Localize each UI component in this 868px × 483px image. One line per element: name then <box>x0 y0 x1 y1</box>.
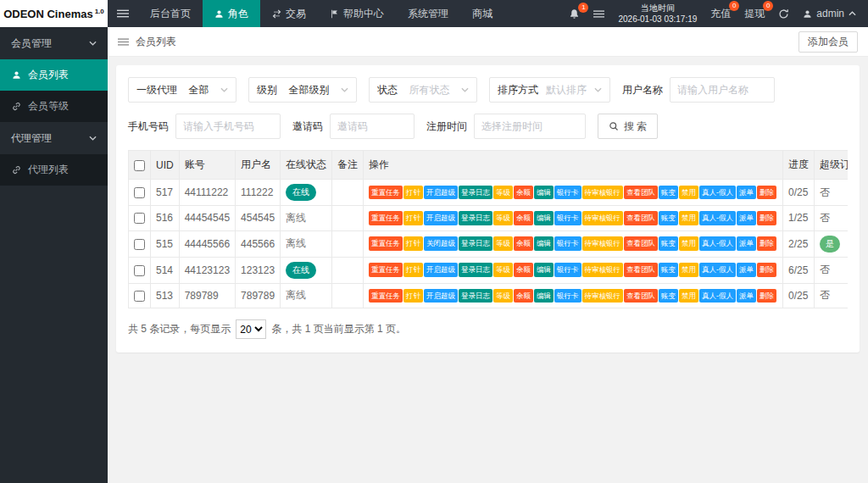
nav-item-trade[interactable]: 交易 <box>260 0 318 27</box>
action-button[interactable]: 派单 <box>737 263 756 277</box>
sidebar-item-member-list[interactable]: 会员列表 <box>0 59 108 91</box>
action-button[interactable]: 余额 <box>514 211 533 225</box>
action-button[interactable]: 查看团队 <box>624 289 658 303</box>
action-button[interactable]: 打针 <box>403 289 423 303</box>
action-button[interactable]: 账变 <box>659 263 678 277</box>
recharge-button[interactable]: 充值 0 <box>710 7 731 21</box>
action-button[interactable]: 删除 <box>757 289 776 303</box>
action-button[interactable]: 重置任务 <box>369 263 403 277</box>
row-checkbox[interactable] <box>134 265 145 276</box>
action-button[interactable]: 等级 <box>493 263 513 277</box>
action-button[interactable]: 删除 <box>757 263 776 277</box>
action-button[interactable]: 等级 <box>493 289 513 303</box>
action-button[interactable]: 编辑 <box>534 289 554 303</box>
action-button[interactable]: 登录日志 <box>459 289 492 303</box>
action-button[interactable]: 银行卡 <box>554 211 581 225</box>
row-checkbox[interactable] <box>134 213 145 224</box>
action-button[interactable]: 真人-假人 <box>699 236 736 251</box>
action-button[interactable]: 查看团队 <box>624 263 658 277</box>
status-filter-select[interactable]: 状态 所有状态 <box>369 77 477 103</box>
action-button[interactable]: 删除 <box>757 211 776 225</box>
action-button[interactable]: 账变 <box>659 211 678 225</box>
action-button[interactable]: 开启超级 <box>424 289 458 303</box>
sort-filter-select[interactable]: 排序方式 默认排序 <box>489 77 610 103</box>
action-button[interactable]: 禁用 <box>679 236 698 251</box>
collapse-sidebar-icon[interactable] <box>108 0 138 27</box>
action-button[interactable]: 打针 <box>403 263 423 277</box>
action-button[interactable]: 编辑 <box>534 263 554 277</box>
select-all-checkbox[interactable] <box>134 160 145 171</box>
nav-item-role[interactable]: 角色 <box>203 0 260 27</box>
action-button[interactable]: 派单 <box>737 211 756 225</box>
action-button[interactable]: 编辑 <box>534 236 554 251</box>
action-button[interactable]: 禁用 <box>679 289 698 303</box>
user-menu[interactable]: admin <box>803 8 856 19</box>
username-input[interactable] <box>670 77 775 103</box>
action-button[interactable]: 开启超级 <box>424 211 458 225</box>
action-button[interactable]: 待审核银行 <box>582 263 624 277</box>
action-button[interactable]: 账变 <box>659 236 678 251</box>
action-button[interactable]: 真人-假人 <box>699 263 736 277</box>
refresh-icon[interactable] <box>778 8 789 19</box>
action-button[interactable]: 真人-假人 <box>699 186 736 200</box>
action-button[interactable]: 余额 <box>514 186 533 200</box>
action-button[interactable]: 派单 <box>737 236 756 251</box>
register-time-input[interactable] <box>474 114 586 139</box>
action-button[interactable]: 账变 <box>659 289 678 303</box>
nav-item-mall[interactable]: 商城 <box>460 0 504 27</box>
withdraw-button[interactable]: 提现 0 <box>744 7 765 21</box>
action-button[interactable]: 登录日志 <box>459 263 492 277</box>
sidebar-item-member-level[interactable]: 会员等级 <box>0 91 108 122</box>
action-button[interactable]: 开启超级 <box>424 263 458 277</box>
row-checkbox[interactable] <box>134 291 145 302</box>
action-button[interactable]: 银行卡 <box>554 263 581 277</box>
action-button[interactable]: 余额 <box>514 289 533 303</box>
phone-input[interactable] <box>175 114 281 139</box>
action-button[interactable]: 删除 <box>757 236 776 251</box>
action-button[interactable]: 等级 <box>493 211 513 225</box>
action-button[interactable]: 真人-假人 <box>699 289 736 303</box>
per-page-select[interactable]: 20 <box>236 319 266 339</box>
action-button[interactable]: 重置任务 <box>369 289 403 303</box>
action-button[interactable]: 等级 <box>493 186 513 200</box>
invite-code-input[interactable] <box>330 114 415 139</box>
action-button[interactable]: 银行卡 <box>554 236 581 251</box>
action-button[interactable]: 余额 <box>514 236 533 251</box>
action-button[interactable]: 编辑 <box>534 186 554 200</box>
action-button[interactable]: 待审核银行 <box>582 211 624 225</box>
nav-item-home[interactable]: 后台首页 <box>138 0 203 27</box>
action-button[interactable]: 待审核银行 <box>582 186 624 200</box>
action-button[interactable]: 待审核银行 <box>582 236 624 251</box>
action-button[interactable]: 关闭超级 <box>424 236 458 251</box>
menu-icon[interactable] <box>593 8 604 19</box>
sidebar-item-agent-management[interactable]: 代理管理 <box>0 122 108 154</box>
nav-item-help-center[interactable]: 帮助中心 <box>318 0 396 27</box>
action-button[interactable]: 登录日志 <box>459 211 492 225</box>
action-button[interactable]: 打针 <box>403 236 423 251</box>
level-filter-select[interactable]: 级别 全部级别 <box>248 77 357 103</box>
action-button[interactable]: 禁用 <box>679 211 698 225</box>
action-button[interactable]: 打针 <box>403 211 423 225</box>
action-button[interactable]: 重置任务 <box>369 236 403 251</box>
action-button[interactable]: 登录日志 <box>459 236 492 251</box>
action-button[interactable]: 真人-假人 <box>699 211 736 225</box>
action-button[interactable]: 派单 <box>737 289 756 303</box>
action-button[interactable]: 派单 <box>737 186 756 200</box>
action-button[interactable]: 重置任务 <box>369 211 403 225</box>
action-button[interactable]: 银行卡 <box>554 289 581 303</box>
action-button[interactable]: 登录日志 <box>459 186 492 200</box>
action-button[interactable]: 等级 <box>493 236 513 251</box>
nav-item-system-management[interactable]: 系统管理 <box>396 0 460 27</box>
action-button[interactable]: 重置任务 <box>369 186 403 200</box>
notification-bell[interactable]: 1 <box>569 8 580 19</box>
action-button[interactable]: 查看团队 <box>624 186 658 200</box>
sidebar-item-member-management[interactable]: 会员管理 <box>0 27 108 59</box>
action-button[interactable]: 编辑 <box>534 211 554 225</box>
action-button[interactable]: 禁用 <box>679 263 698 277</box>
sidebar-item-agent-list[interactable]: 代理列表 <box>0 154 108 186</box>
row-checkbox[interactable] <box>134 239 145 250</box>
action-button[interactable]: 查看团队 <box>624 236 658 251</box>
row-checkbox[interactable] <box>134 187 145 198</box>
action-button[interactable]: 开启超级 <box>424 186 458 200</box>
action-button[interactable]: 账变 <box>659 186 678 200</box>
